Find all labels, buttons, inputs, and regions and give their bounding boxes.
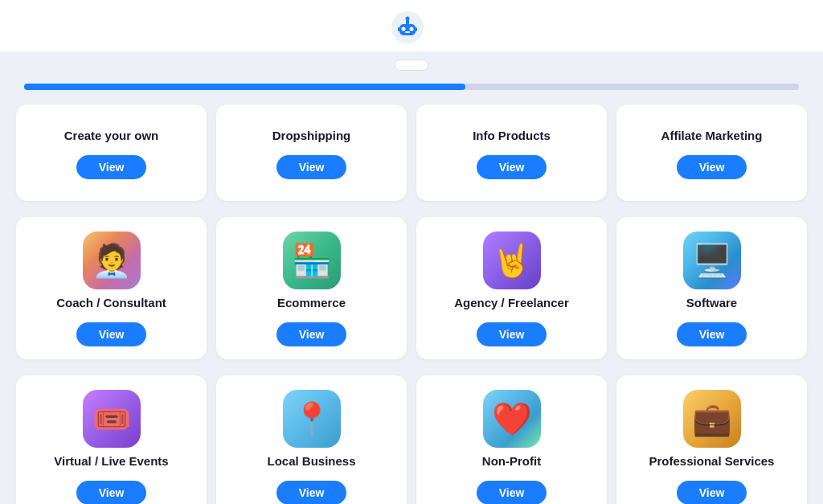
- card-ecommerce: 🏪EcommerceView: [216, 217, 407, 359]
- svg-rect-7: [398, 27, 400, 31]
- view-btn-nonprofit[interactable]: View: [477, 481, 547, 504]
- card-create-own: Create your ownView: [16, 104, 207, 201]
- view-btn-ecommerce[interactable]: View: [276, 322, 347, 346]
- card-agency: 🤘Agency / FreelancerView: [416, 217, 607, 359]
- row1-grid: Create your ownViewDropshippingViewInfo …: [0, 96, 823, 209]
- card-icon-coach: 🧑‍💼: [83, 232, 141, 289]
- card-icon-professional: 💼: [683, 390, 741, 448]
- row2-grid: 🧑‍💼Coach / ConsultantView🏪EcommerceView🤘…: [0, 209, 823, 367]
- card-icon-events: 🎟️: [83, 390, 141, 448]
- card-title-coach: Coach / Consultant: [56, 296, 166, 309]
- row3-grid: 🎟️Virtual / Live EventsView📍Local Busine…: [0, 367, 823, 504]
- progress-fill: [24, 84, 465, 90]
- view-btn-software[interactable]: View: [677, 322, 747, 346]
- card-icon-ecommerce: 🏪: [283, 232, 341, 289]
- card-dropshipping: DropshippingView: [216, 104, 407, 201]
- card-icon-local: 📍: [283, 390, 341, 448]
- svg-rect-8: [415, 27, 417, 31]
- view-btn-dropshipping[interactable]: View: [276, 155, 347, 179]
- progress-track: [24, 84, 799, 90]
- svg-point-2: [402, 27, 406, 31]
- card-icon-nonprofit: ❤️: [483, 390, 541, 448]
- view-btn-affiliate[interactable]: View: [677, 155, 747, 179]
- card-title-software: Software: [686, 296, 737, 309]
- card-info-products: Info ProductsView: [416, 104, 607, 201]
- card-title-info-products: Info Products: [473, 129, 551, 142]
- svg-rect-4: [405, 31, 410, 33]
- card-title-affiliate: Affilate Marketing: [661, 129, 763, 142]
- card-icon-software: 🖥️: [683, 232, 741, 289]
- app-header: [0, 0, 823, 51]
- card-nonprofit: ❤️Non-ProfitView: [416, 375, 607, 504]
- progress-bar-section: [0, 76, 823, 96]
- view-btn-local[interactable]: View: [276, 481, 347, 504]
- card-title-agency: Agency / Freelancer: [454, 296, 569, 309]
- card-affiliate: Affilate MarketingView: [616, 104, 807, 201]
- card-title-dropshipping: Dropshipping: [272, 129, 351, 142]
- card-title-create-own: Create your own: [64, 129, 159, 142]
- svg-point-3: [410, 27, 414, 31]
- ad-account-pill: [395, 59, 428, 71]
- robot-icon: [391, 11, 424, 43]
- card-software: 🖥️SoftwareView: [616, 217, 807, 359]
- card-title-nonprofit: Non-Profit: [482, 454, 541, 468]
- card-icon-agency: 🤘: [483, 232, 541, 289]
- view-btn-create-own[interactable]: View: [76, 155, 147, 179]
- view-btn-info-products[interactable]: View: [477, 155, 547, 179]
- svg-point-6: [406, 17, 410, 21]
- card-title-professional: Professional Services: [649, 454, 775, 468]
- view-btn-events[interactable]: View: [76, 481, 147, 504]
- card-title-events: Virtual / Live Events: [54, 454, 168, 468]
- card-events: 🎟️Virtual / Live EventsView: [16, 375, 207, 504]
- card-title-ecommerce: Ecommerce: [277, 296, 346, 309]
- card-professional: 💼Professional ServicesView: [616, 375, 807, 504]
- view-btn-agency[interactable]: View: [477, 322, 547, 346]
- view-btn-professional[interactable]: View: [677, 481, 747, 504]
- card-title-local: Local Business: [267, 454, 355, 468]
- card-local: 📍Local BusinessView: [216, 375, 407, 504]
- logo: [391, 11, 432, 43]
- view-btn-coach[interactable]: View: [76, 322, 147, 346]
- card-coach: 🧑‍💼Coach / ConsultantView: [16, 217, 207, 359]
- ad-account-bar: [0, 51, 823, 76]
